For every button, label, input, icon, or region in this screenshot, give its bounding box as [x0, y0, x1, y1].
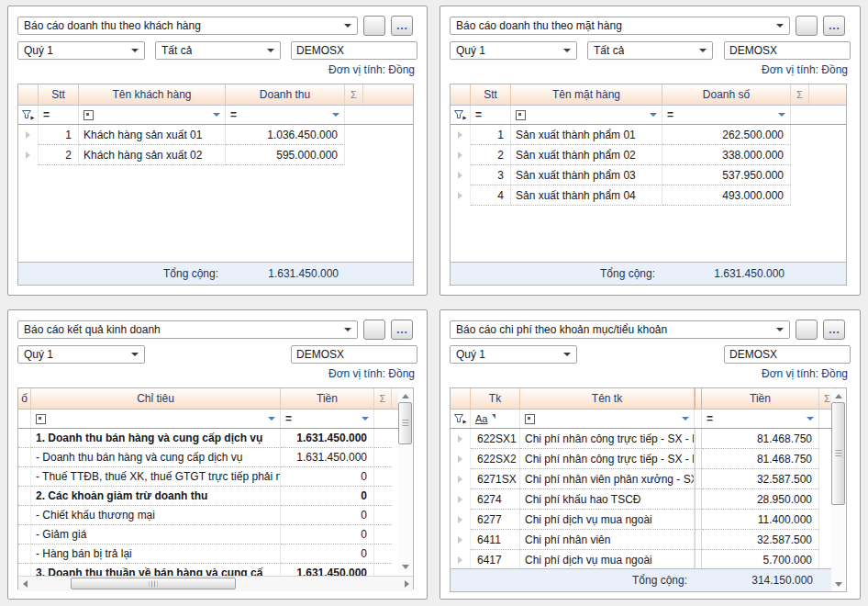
column-splitter[interactable] [695, 388, 702, 409]
table-row[interactable]: 2 Sản xuất thành phẩm 02 338.000.000 [451, 145, 846, 165]
column-header-amount[interactable]: Tiền [702, 388, 819, 409]
filter-amount-cell[interactable]: = [281, 410, 374, 428]
filter-account-cell[interactable]: Aa [471, 410, 520, 428]
scroll-up-button[interactable] [398, 389, 412, 402]
filter-stt-cell[interactable]: = [39, 106, 79, 124]
scroll-down-button[interactable] [398, 560, 412, 573]
table-row[interactable]: - Chiết khấu thương mại 0 [18, 506, 398, 525]
filter-name-cell[interactable] [31, 410, 281, 428]
column-header-customer[interactable]: Tên khách hàng [79, 84, 226, 105]
company-input[interactable] [291, 41, 417, 60]
filter-dropdown-arrow-icon[interactable] [650, 113, 657, 117]
cell-name: 3. Doanh thu thuần về bán hàng và cung c… [31, 564, 281, 576]
column-header-indicator[interactable]: Chỉ tiêu [31, 388, 281, 409]
report-selector-combo[interactable]: Báo cáo kết quả kinh doanh [17, 320, 358, 339]
sum-button[interactable]: Σ [373, 388, 392, 409]
scope-combo[interactable]: Tất cả [587, 41, 713, 60]
scroll-up-button[interactable] [831, 389, 845, 402]
filter-amount-cell[interactable]: = [662, 106, 791, 124]
column-header-stt[interactable]: Stt [471, 84, 511, 105]
table-row[interactable]: 2. Các khoản giảm trừ doanh thu 0 [18, 487, 398, 506]
blank-button[interactable] [363, 16, 385, 36]
table-row[interactable]: - Thuế TTĐB, thuế XK, thuế GTGT trực tiế… [18, 467, 398, 487]
blank-button[interactable] [363, 320, 385, 340]
filter-dropdown-arrow-icon[interactable] [213, 113, 220, 117]
vertical-scrollbar[interactable] [398, 389, 412, 573]
table-row[interactable]: 3. Doanh thu thuần về bán hàng và cung c… [18, 564, 398, 576]
cell-amount: 28.950.000 [702, 489, 819, 510]
browse-button[interactable]: … [823, 320, 845, 340]
table-row[interactable]: 6277 Chi phí dịch vụ mua ngoài 11.400.00… [451, 510, 832, 530]
cell-account: 6411 [471, 530, 520, 550]
column-header-amount[interactable]: Tiền [281, 388, 374, 409]
scroll-left-button[interactable] [18, 577, 31, 591]
table-row[interactable]: - Giảm giá 0 [18, 525, 398, 544]
table-row[interactable]: 6411 Chi phí nhân viên 32.587.500 [451, 530, 832, 550]
scroll-down-button[interactable] [831, 578, 845, 590]
report-selector-combo[interactable]: Báo cáo doanh thu theo khách hàng [17, 17, 358, 35]
filter-stt-cell[interactable]: = [471, 106, 511, 124]
filter-dropdown-arrow-icon[interactable] [268, 417, 275, 421]
filter-funnel-cell[interactable] [451, 410, 471, 428]
table-row[interactable]: - Doanh thu bán hàng và cung cấp dịch vụ… [18, 448, 398, 467]
filter-funnel-cell[interactable] [451, 106, 471, 124]
column-header-stt[interactable]: Stt [39, 84, 79, 105]
blank-button[interactable] [796, 320, 818, 340]
blank-button[interactable] [796, 16, 818, 36]
box-operator-icon [83, 110, 94, 120]
filter-funnel-cell[interactable] [18, 106, 39, 124]
vertical-scroll-thumb[interactable] [398, 402, 412, 444]
filter-name-cell[interactable] [79, 106, 226, 124]
sum-button[interactable]: Σ [344, 84, 363, 105]
period-combo[interactable]: Quý 1 [17, 345, 145, 364]
period-combo[interactable]: Quý 1 [17, 41, 145, 60]
table-row[interactable]: 1 Khách hàng sản xuất 01 1.036.450.000 [18, 125, 413, 145]
table-row[interactable]: 1. Doanh thu bán hàng và cung cấp dịch v… [18, 429, 398, 448]
period-combo[interactable]: Quý 1 [450, 345, 577, 364]
table-row[interactable]: 622SX1 Chi phí nhân công trực tiếp - SX … [451, 429, 832, 449]
column-header-revenue[interactable]: Doanh thu [226, 84, 345, 105]
horizontal-scroll-track[interactable] [31, 578, 400, 590]
horizontal-scrollbar[interactable] [18, 576, 413, 591]
table-row[interactable]: 6271SX Chi phí nhân viên phân xưởng - SX… [451, 469, 832, 489]
filter-amount-cell[interactable]: = [702, 410, 819, 428]
column-header-sales[interactable]: Doanh số [662, 84, 791, 105]
column-header-account[interactable]: Tk [471, 388, 520, 409]
company-input[interactable] [724, 41, 851, 60]
column-header-account-name[interactable]: Tên tk [520, 388, 695, 409]
scroll-right-button[interactable] [400, 577, 413, 591]
filter-dropdown-arrow-icon[interactable] [332, 113, 339, 117]
filter-dropdown-arrow-icon[interactable] [778, 113, 785, 117]
table-row[interactable]: 2 Khách hàng sản xuất 02 595.000.000 [18, 145, 413, 165]
browse-button[interactable]: … [391, 16, 413, 36]
period-combo[interactable]: Quý 1 [450, 41, 577, 60]
table-row[interactable]: - Hàng bán bị trả lại 0 [18, 544, 398, 564]
scope-combo[interactable]: Tất cả [155, 41, 281, 60]
column-header-code-clipped[interactable]: ố [18, 388, 31, 409]
table-row[interactable]: 6417 Chi phí dịch vụ mua ngoài 5.700.000 [451, 550, 832, 568]
report-selector-combo[interactable]: Báo cáo chi phí theo khoản mục/tiểu khoả… [450, 320, 790, 339]
filter-dropdown-arrow-icon[interactable] [362, 417, 369, 421]
report-selector-value: Báo cáo kết quả kinh doanh [24, 323, 161, 336]
vertical-scrollbar[interactable] [831, 389, 845, 590]
vertical-scroll-thumb[interactable] [831, 402, 845, 505]
table-row[interactable]: 622SX2 Chi phí nhân công trực tiếp - SX … [451, 449, 832, 469]
row-indicator-icon [458, 516, 462, 523]
filter-name-cell[interactable] [511, 106, 662, 124]
table-row[interactable]: 4 Sản xuất thành phẩm 04 493.000.000 [451, 185, 846, 206]
browse-button[interactable]: … [391, 320, 413, 340]
filter-dropdown-arrow-icon[interactable] [807, 417, 814, 421]
filter-dropdown-arrow-icon[interactable] [682, 417, 689, 421]
filter-amount-cell[interactable]: = [226, 106, 345, 124]
company-input[interactable] [724, 345, 851, 364]
table-row[interactable]: 3 Sản xuất thành phẩm 03 537.950.000 [451, 165, 846, 185]
company-input[interactable] [291, 345, 417, 364]
sum-button[interactable]: Σ [790, 84, 809, 105]
browse-button[interactable]: … [823, 16, 845, 36]
column-header-item[interactable]: Tên mặt hàng [511, 84, 662, 105]
report-selector-combo[interactable]: Báo cáo doanh thu theo mặt hàng [450, 17, 790, 35]
horizontal-scroll-thumb[interactable] [71, 578, 236, 589]
table-row[interactable]: 6274 Chi phí khấu hao TSCĐ 28.950.000 [451, 489, 832, 510]
table-row[interactable]: 1 Sản xuất thành phẩm 01 262.500.000 [451, 125, 846, 145]
filter-name-cell[interactable] [520, 410, 695, 428]
